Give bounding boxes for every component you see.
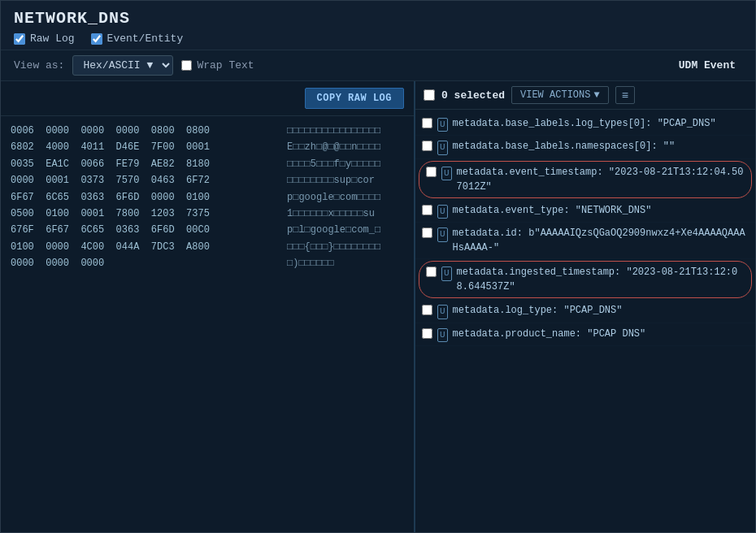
udm-item-2: U metadata.base_labels.namespaces[0]: "" (415, 136, 755, 158)
udm-item-text-5: metadata.id: b"AAAAAIQzsQGaOQ2909nwxz4+X… (453, 226, 749, 255)
app-container: NETWORK_DNS Raw Log Event/Entity View as… (0, 0, 756, 533)
udm-item-checkbox-7[interactable] (422, 305, 432, 315)
selected-count: 0 selected (441, 89, 505, 102)
raw-log-label: Raw Log (30, 32, 75, 45)
hex-panel: COPY RAW LOG 0006 0000 0000 0000 0800 08… (1, 81, 415, 532)
udm-panel: 0 selected VIEW ACTIONS ▼ ≡ U metadata.b… (415, 81, 755, 532)
wrap-text-label[interactable]: Wrap Text (181, 59, 254, 72)
udm-item-checkbox-1[interactable] (422, 118, 432, 128)
header-checkboxes: Raw Log Event/Entity (14, 32, 742, 45)
udm-item-6: 2 U metadata.ingested_timestamp: "2023-0… (419, 261, 752, 298)
raw-log-checkbox[interactable] (14, 33, 25, 45)
chevron-down-icon: ▼ (593, 89, 599, 101)
select-all-checkbox[interactable] (424, 89, 435, 101)
udm-item-3: 1 U metadata.event_timestamp: "2023-08-2… (419, 161, 752, 198)
udm-type-icon-5: U (437, 228, 448, 241)
udm-type-icon-4: U (437, 205, 448, 219)
udm-list: U metadata.base_labels.log_types[0]: "PC… (415, 110, 755, 532)
udm-item-8: U metadata.product_name: "PCAP DNS" (415, 323, 755, 346)
udm-item-checkbox-6[interactable] (426, 266, 437, 277)
udm-item-text-1: metadata.base_labels.log_types[0]: "PCAP… (453, 116, 716, 131)
view-as-label: View as: (14, 59, 64, 72)
view-as-select[interactable]: Hex/ASCII ▼ ASCII Hex (72, 55, 173, 76)
udm-type-icon-6: U (441, 266, 452, 280)
copy-raw-log-button[interactable]: COPY RAW LOG (305, 88, 404, 109)
main-content: COPY RAW LOG 0006 0000 0000 0000 0800 08… (1, 81, 755, 532)
udm-item-checkbox-5[interactable] (422, 228, 432, 238)
udm-item-text-6: metadata.ingested_timestamp: "2023-08-21… (457, 265, 745, 294)
udm-item-text-8: metadata.product_name: "PCAP DNS" (453, 327, 646, 341)
udm-item-checkbox-2[interactable] (422, 141, 432, 151)
toolbar: View as: Hex/ASCII ▼ ASCII Hex Wrap Text… (1, 50, 755, 81)
hex-column: 0006 0000 0000 0000 0800 0800 6802 4000 … (4, 123, 280, 526)
udm-item-5: U metadata.id: b"AAAAAIQzsQGaOQ2909nwxz4… (415, 223, 755, 259)
filter-button[interactable]: ≡ (615, 86, 635, 104)
udm-item-checkbox-8[interactable] (422, 328, 432, 339)
page-title: NETWORK_DNS (14, 9, 742, 28)
udm-item-checkbox-3[interactable] (426, 167, 437, 177)
filter-icon: ≡ (622, 89, 628, 102)
udm-item-text-2: metadata.base_labels.namespaces[0]: "" (453, 139, 676, 154)
event-entity-checkbox-label[interactable]: Event/Entity (91, 32, 184, 45)
udm-type-icon-1: U (437, 118, 448, 132)
view-actions-label: VIEW ACTIONS (520, 89, 590, 101)
udm-item-text-3: metadata.event_timestamp: "2023-08-21T13… (457, 165, 745, 194)
wrap-text-checkbox[interactable] (181, 60, 192, 71)
udm-item-text-4: metadata.event_type: "NETWORK_DNS" (453, 203, 652, 218)
wrap-text-text: Wrap Text (197, 59, 254, 72)
ascii-column: □□□□□□□□□□□□□□□□ E□□zh□@□@□□n□□□□ □□□□5□… (280, 123, 411, 526)
udm-item-text-7: metadata.log_type: "PCAP_DNS" (453, 303, 623, 318)
event-entity-checkbox[interactable] (91, 33, 102, 45)
udm-item-4: U metadata.event_type: "NETWORK_DNS" (415, 200, 755, 223)
view-actions-button[interactable]: VIEW ACTIONS ▼ (511, 86, 609, 104)
udm-type-icon-2: U (437, 141, 448, 154)
udm-type-icon-8: U (437, 328, 448, 342)
event-entity-label: Event/Entity (107, 32, 184, 45)
udm-event-label: UDM Event (679, 59, 742, 72)
raw-log-checkbox-label[interactable]: Raw Log (14, 32, 75, 45)
hex-content: 0006 0000 0000 0000 0800 0800 6802 4000 … (1, 116, 414, 532)
udm-item-7: U metadata.log_type: "PCAP_DNS" (415, 300, 755, 323)
udm-toolbar: 0 selected VIEW ACTIONS ▼ ≡ (415, 81, 755, 110)
toolbar-left: View as: Hex/ASCII ▼ ASCII Hex Wrap Text (14, 55, 666, 76)
udm-type-icon-7: U (437, 305, 448, 318)
udm-item-1: U metadata.base_labels.log_types[0]: "PC… (415, 113, 755, 136)
header: NETWORK_DNS Raw Log Event/Entity (1, 1, 755, 50)
udm-type-icon-3: U (441, 167, 452, 180)
copy-row: COPY RAW LOG (1, 81, 414, 116)
udm-item-checkbox-4[interactable] (422, 205, 432, 215)
